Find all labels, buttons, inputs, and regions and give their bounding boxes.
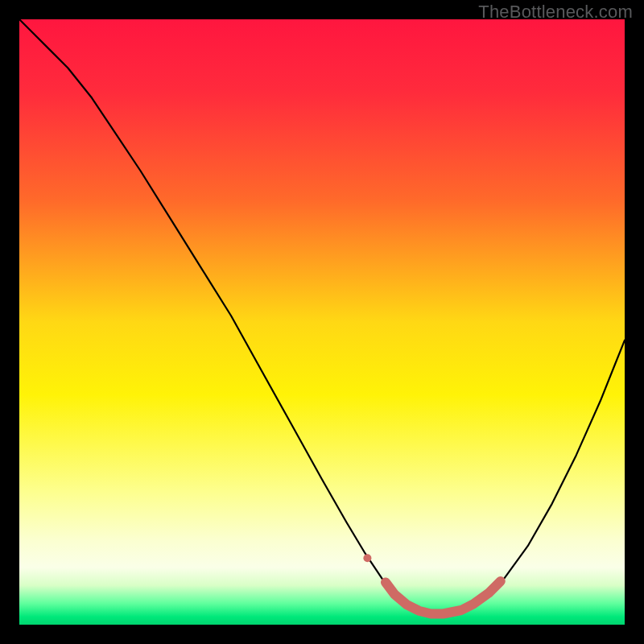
watermark-text: TheBottleneck.com: [478, 2, 633, 23]
chart-svg: [19, 19, 625, 625]
highlight-dot: [363, 554, 371, 562]
chart-frame: TheBottleneck.com: [0, 0, 644, 644]
bottleneck-chart: [19, 19, 625, 625]
